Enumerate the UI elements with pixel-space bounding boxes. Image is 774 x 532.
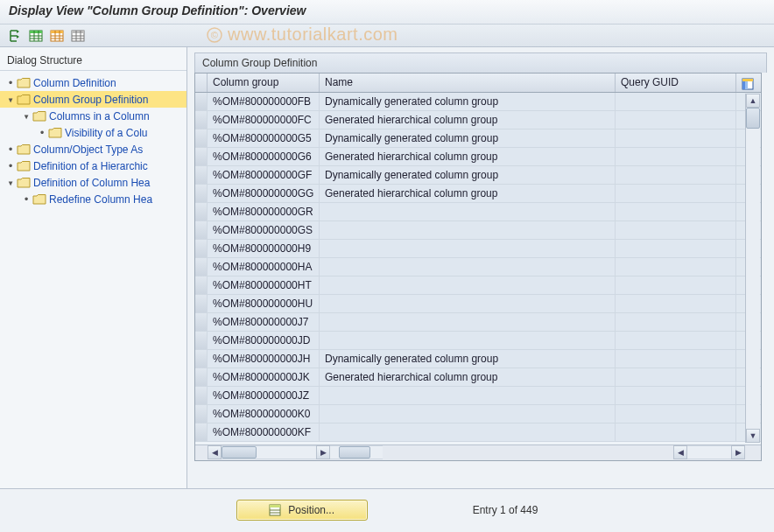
dialog-structure-sidebar: Dialog Structure •Column Definition▾Colu… (0, 47, 187, 488)
expand-all-icon[interactable] (7, 28, 23, 44)
tree-expander-icon[interactable]: • (5, 160, 16, 172)
row-selector[interactable] (195, 295, 208, 312)
tree-expander-icon[interactable]: ▾ (5, 177, 16, 189)
table-row[interactable]: %OM#800000000HT (195, 276, 761, 295)
row-selector[interactable] (195, 405, 208, 423)
row-selector[interactable] (195, 93, 208, 110)
tree-expander-icon[interactable]: • (37, 127, 47, 139)
hscroll-thumb-2[interactable] (339, 446, 370, 458)
scroll-up-icon[interactable]: ▲ (746, 94, 760, 108)
tree-item[interactable]: ▾Columns in a Column (0, 108, 186, 124)
row-selector[interactable] (195, 368, 208, 386)
col-query-guid[interactable]: Query GUID (616, 74, 736, 92)
tree-expander-icon[interactable]: ▾ (21, 110, 32, 122)
cell-name: Dynamically generated column group (320, 130, 616, 147)
cell-query-guid (616, 387, 736, 404)
col-select-all[interactable] (195, 74, 208, 92)
cell-query-guid (616, 221, 736, 239)
cell-name: Dynamically generated column group (320, 350, 616, 368)
row-selector[interactable] (195, 166, 208, 184)
table-green-icon[interactable] (28, 28, 44, 44)
table-row[interactable]: %OM#800000000GR (195, 203, 761, 221)
scroll-down-icon[interactable]: ▼ (746, 429, 760, 443)
tree-item-label: Redefine Column Hea (49, 193, 152, 206)
table-row[interactable]: %OM#800000000H9 (195, 240, 761, 258)
table-row[interactable]: %OM#800000000GS (195, 221, 761, 240)
folder-icon (32, 110, 46, 122)
table-row[interactable]: %OM#800000000KF (195, 424, 761, 442)
table-orange-icon[interactable] (49, 28, 65, 44)
position-icon (269, 504, 281, 516)
scroll-left2-icon[interactable]: ◀ (673, 445, 687, 459)
row-selector[interactable] (195, 387, 208, 404)
hscroll-thumb-1[interactable] (222, 446, 257, 458)
tree-item[interactable]: ▾Definition of Column Hea (0, 174, 186, 191)
folder-icon (17, 77, 31, 89)
tree-expander-icon[interactable]: • (5, 77, 16, 89)
table-row[interactable]: %OM#800000000G6Generated hierarchical co… (195, 148, 761, 166)
scroll-right-icon[interactable]: ▶ (316, 445, 330, 459)
row-selector[interactable] (195, 424, 208, 441)
table-row[interactable]: %OM#800000000HU (195, 295, 761, 313)
cell-column-group: %OM#800000000FB (208, 93, 320, 110)
tree-item[interactable]: •Column/Object Type As (0, 141, 186, 158)
tree-item[interactable]: •Definition of a Hierarchic (0, 158, 186, 174)
cell-column-group: %OM#800000000H9 (208, 240, 320, 257)
table-row[interactable]: %OM#800000000HA (195, 258, 761, 276)
cell-query-guid (616, 93, 736, 110)
row-selector[interactable] (195, 313, 208, 331)
position-button[interactable]: Position... (236, 500, 368, 521)
row-selector[interactable] (195, 221, 208, 239)
table-row[interactable]: %OM#800000000JHDynamically generated col… (195, 350, 761, 368)
cell-name: Dynamically generated column group (320, 166, 616, 184)
table-row[interactable]: %OM#800000000FBDynamically generated col… (195, 93, 761, 111)
tree-item[interactable]: •Redefine Column Hea (0, 191, 186, 207)
row-selector[interactable] (195, 111, 208, 129)
row-selector[interactable] (195, 240, 208, 257)
configure-columns-icon[interactable] (736, 74, 759, 92)
table-row[interactable]: %OM#800000000JKGenerated hierarchical co… (195, 368, 761, 387)
cell-name (320, 240, 616, 257)
scroll-right2-icon[interactable]: ▶ (731, 445, 745, 459)
table-row[interactable]: %OM#800000000GFDynamically generated col… (195, 166, 761, 185)
cell-column-group: %OM#800000000GG (208, 185, 320, 202)
cell-query-guid (616, 350, 736, 368)
row-selector[interactable] (195, 203, 208, 220)
row-selector[interactable] (195, 130, 208, 147)
table-row[interactable]: %OM#800000000GGGenerated hierarchical co… (195, 185, 761, 203)
table-row[interactable]: %OM#800000000K0 (195, 405, 761, 424)
row-selector[interactable] (195, 185, 208, 202)
tree-item[interactable]: ▾Column Group Definition (0, 91, 186, 108)
tree-expander-icon[interactable]: • (21, 193, 32, 206)
row-selector[interactable] (195, 350, 208, 368)
tree-item[interactable]: •Visibility of a Colu (0, 124, 186, 141)
tree-item[interactable]: •Column Definition (0, 74, 186, 91)
table-row[interactable]: %OM#800000000JZ (195, 387, 761, 405)
table-row[interactable]: %OM#800000000J7 (195, 313, 761, 332)
cell-column-group: %OM#800000000GF (208, 166, 320, 184)
table-grey-icon[interactable] (70, 28, 86, 44)
cell-column-group: %OM#800000000GR (208, 203, 320, 220)
table-header: Column group Name Query GUID (195, 74, 761, 93)
tree-expander-icon[interactable]: ▾ (5, 94, 16, 106)
svg-rect-1 (30, 31, 42, 33)
tree-expander-icon[interactable]: • (5, 144, 16, 156)
cell-column-group: %OM#800000000JH (208, 350, 320, 368)
row-selector[interactable] (195, 276, 208, 294)
cell-name (320, 313, 616, 331)
table-row[interactable]: %OM#800000000JD (195, 332, 761, 350)
tree-item-label: Column Group Definition (33, 94, 148, 106)
col-column-group[interactable]: Column group (208, 74, 320, 92)
scroll-thumb[interactable] (746, 108, 760, 129)
row-selector[interactable] (195, 332, 208, 349)
row-selector[interactable] (195, 148, 208, 165)
scroll-left-icon[interactable]: ◀ (208, 445, 222, 459)
col-name[interactable]: Name (320, 74, 616, 92)
cell-query-guid (616, 424, 736, 441)
vertical-scrollbar[interactable]: ▲ ▼ (745, 94, 760, 443)
row-selector[interactable] (195, 258, 208, 276)
cell-query-guid (616, 185, 736, 202)
table-row[interactable]: %OM#800000000G5Dynamically generated col… (195, 130, 761, 148)
horizontal-scrollbar[interactable]: ◀ ▶ ◀ ▶ (195, 444, 761, 460)
table-row[interactable]: %OM#800000000FCGenerated hierarchical co… (195, 111, 761, 130)
